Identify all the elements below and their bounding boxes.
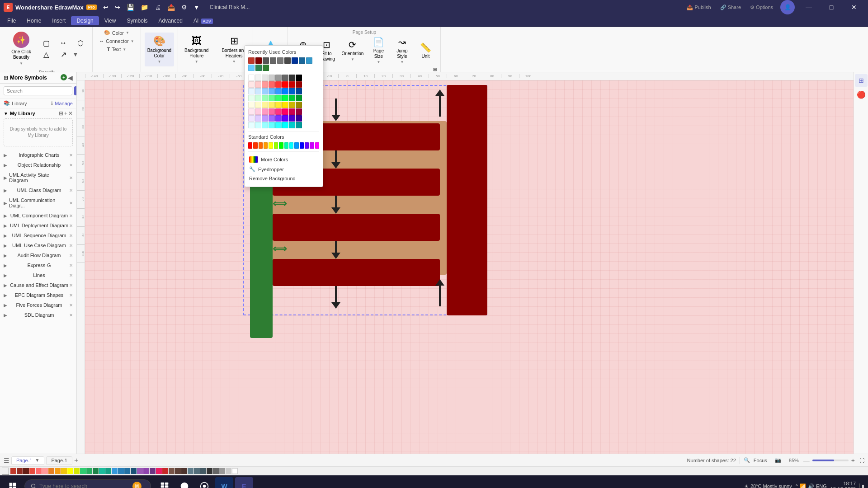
library-close-button[interactable]: ✕ <box>68 110 73 117</box>
sidebar-item-close[interactable]: ✕ <box>69 273 73 278</box>
zoom-in-button[interactable]: + <box>850 457 856 464</box>
std-color-swatch[interactable] <box>284 142 288 149</box>
color-swatch[interactable] <box>270 57 276 64</box>
sidebar-item-close[interactable]: ✕ <box>69 175 73 180</box>
color-swatch[interactable] <box>306 57 312 64</box>
color-swatch[interactable] <box>248 81 255 88</box>
sidebar-item-infographic-charts[interactable]: ▶ Infographic Charts ✕ <box>0 150 76 160</box>
connector-button[interactable]: ↔ Connector ▼ <box>96 38 137 45</box>
right-column[interactable] <box>447 85 487 315</box>
close-button[interactable]: ✕ <box>844 0 864 14</box>
redo-button[interactable]: ↪ <box>112 3 123 12</box>
bottom-swatch[interactable] <box>194 468 200 474</box>
sidebar-item-uml-usecase[interactable]: ▶ UML Use Case Diagram ✕ <box>0 240 76 250</box>
std-color-swatch[interactable] <box>310 142 314 149</box>
color-swatch[interactable] <box>248 115 255 122</box>
taskbar-edge[interactable] <box>175 477 193 488</box>
color-swatch[interactable] <box>284 57 291 64</box>
menu-insert[interactable]: Insert <box>47 16 71 25</box>
sidebar-item-uml-comm[interactable]: ▶ UML Communication Diagr... ✕ <box>0 195 76 211</box>
color-swatch[interactable] <box>248 108 255 115</box>
color-swatch[interactable] <box>282 102 288 108</box>
color-swatch[interactable] <box>255 122 261 128</box>
sidebar-item-epc[interactable]: ▶ EPC Diagram Shapes ✕ <box>0 290 76 300</box>
bottom-swatch[interactable] <box>188 468 193 474</box>
ribbon-more-button[interactable]: ▼ <box>72 49 79 60</box>
bottom-swatch[interactable] <box>181 468 187 474</box>
tray-chevron[interactable]: ^ <box>796 483 798 488</box>
canvas-area[interactable]: -140 -130 -120 -110 -100 -90 -80 -70 -60… <box>77 72 854 454</box>
color-swatch[interactable] <box>289 88 295 94</box>
color-swatch[interactable] <box>289 95 295 101</box>
sidebar-item-lines[interactable]: ▶ Lines ✕ <box>0 270 76 280</box>
color-swatch[interactable] <box>275 115 282 122</box>
bottom-swatch[interactable] <box>156 468 162 474</box>
taskbar-task-view[interactable] <box>156 477 174 488</box>
manage-button[interactable]: Manage <box>55 101 73 106</box>
color-swatch[interactable] <box>255 81 261 88</box>
bottom-swatch[interactable] <box>213 468 219 474</box>
menu-advanced[interactable]: Advanced <box>153 16 188 25</box>
more-colors-button[interactable]: More Colors <box>248 155 319 164</box>
color-swatch[interactable] <box>262 88 268 94</box>
color-swatch[interactable] <box>262 81 268 88</box>
color-swatch[interactable] <box>269 95 275 101</box>
color-swatch[interactable] <box>289 108 295 115</box>
bottom-swatch[interactable] <box>175 468 181 474</box>
color-swatch[interactable] <box>255 95 261 101</box>
color-swatch[interactable] <box>269 115 275 122</box>
sidebar-item-close[interactable]: ✕ <box>69 213 73 218</box>
color-swatch[interactable] <box>282 115 288 122</box>
color-swatch[interactable] <box>289 122 295 128</box>
shape-style-button[interactable]: ▢ <box>38 38 54 48</box>
background-picture-button[interactable]: 🖼 BackgroundPicture ▼ <box>182 33 211 66</box>
std-color-swatch[interactable] <box>300 142 304 149</box>
bottom-swatch[interactable] <box>36 468 42 474</box>
color-swatch[interactable] <box>296 115 302 122</box>
menu-file[interactable]: File <box>2 16 21 25</box>
remove-background-button[interactable]: Remove Background <box>248 174 319 183</box>
sidebar-item-uml-class[interactable]: ▶ UML Class Diagram ✕ <box>0 185 76 195</box>
sidebar-item-close[interactable]: ✕ <box>69 188 73 193</box>
background-color-button[interactable]: 🎨 BackgroundColor ▼ <box>145 33 174 66</box>
page-nav-icon[interactable]: ☰ <box>4 457 9 464</box>
taskbar-search-input[interactable] <box>39 483 130 488</box>
color-swatch[interactable] <box>275 75 282 81</box>
start-button[interactable] <box>4 477 22 488</box>
page-size-button[interactable]: 📄 PageSize ▼ <box>367 35 390 66</box>
menu-home[interactable]: Home <box>21 16 47 25</box>
show-desktop-button[interactable]: ▮ <box>859 483 864 488</box>
color-swatch[interactable] <box>263 57 269 64</box>
color-swatch[interactable] <box>282 122 288 128</box>
text-button[interactable]: T Text ▼ <box>104 46 129 53</box>
eyedropper-button[interactable]: 🔧 Eyedropper <box>248 164 319 174</box>
color-swatch[interactable] <box>275 102 282 108</box>
color-swatch[interactable] <box>299 57 305 64</box>
more-options-button[interactable]: ▼ <box>191 3 203 12</box>
sidebar-item-cause-effect[interactable]: ▶ Cause and Effect Diagram ✕ <box>0 280 76 290</box>
color-swatch[interactable] <box>296 88 302 94</box>
volume-icon[interactable]: 🔊 <box>808 483 814 488</box>
bottom-swatch[interactable] <box>162 468 168 474</box>
bottom-swatch[interactable] <box>55 468 61 474</box>
color-swatch[interactable] <box>263 65 269 71</box>
undo-button[interactable]: ↩ <box>100 3 111 12</box>
page-tab-1-dropdown[interactable]: ▼ <box>35 458 39 463</box>
page-tab-2[interactable]: Page-1 <box>46 456 72 465</box>
sidebar-item-close[interactable]: ✕ <box>69 313 73 318</box>
color-swatch[interactable] <box>282 88 288 94</box>
color-swatch[interactable] <box>275 108 282 115</box>
taskbar-word[interactable]: W <box>215 477 233 488</box>
std-color-swatch[interactable] <box>259 142 263 149</box>
one-click-beautify-button[interactable]: ✨ One Click Beautify ▼ <box>5 29 37 68</box>
std-color-swatch[interactable] <box>279 142 283 149</box>
bottom-swatch[interactable] <box>150 468 156 474</box>
bottom-swatch[interactable] <box>74 468 80 474</box>
color-swatch[interactable] <box>262 122 268 128</box>
color-swatch[interactable] <box>269 102 275 108</box>
sidebar-item-close[interactable]: ✕ <box>69 293 73 298</box>
maximize-button[interactable]: □ <box>821 0 842 14</box>
save-button[interactable]: 💾 <box>124 3 137 12</box>
bottom-swatch[interactable] <box>226 468 231 474</box>
color-swatch[interactable] <box>255 75 261 81</box>
